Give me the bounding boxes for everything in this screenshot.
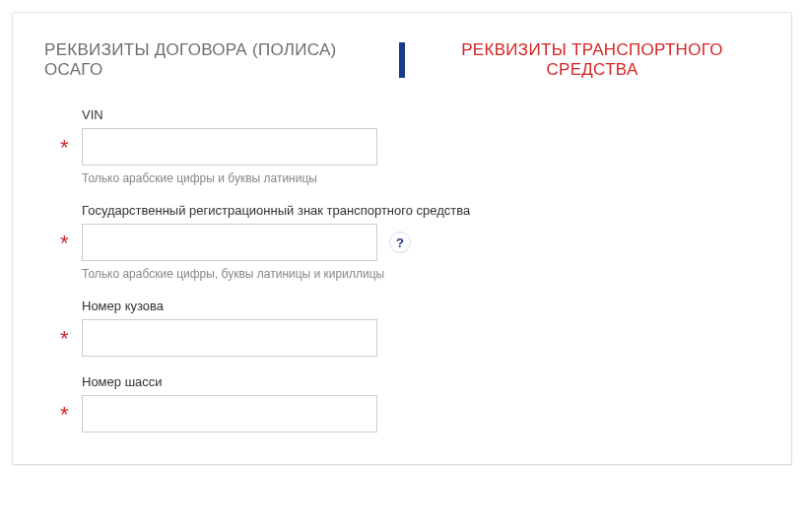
regplate-hint: Только арабские цифры, буквы латиницы и … [82,267,760,281]
tab-vehicle-details[interactable]: РЕКВИЗИТЫ ТРАНСПОРТНОГО СРЕДСТВА [405,40,760,80]
required-mark: * [60,135,69,161]
body-number-input[interactable] [82,319,377,357]
field-body-number: * Номер кузова [82,299,760,357]
vin-hint: Только арабские цифры и буквы латиницы [82,171,760,185]
regplate-label: Государственный регистрационный знак тра… [82,203,760,218]
regplate-input-row: ? [82,224,760,261]
required-mark: * [60,402,69,428]
form-card: РЕКВИЗИТЫ ДОГОВОРА (ПОЛИСА) ОСАГО РЕКВИЗ… [12,12,792,465]
tabs-container: РЕКВИЗИТЫ ДОГОВОРА (ПОЛИСА) ОСАГО РЕКВИЗ… [44,40,760,80]
body-number-label: Номер кузова [82,299,760,313]
help-icon[interactable]: ? [389,232,411,253]
vehicle-form: * VIN Только арабские цифры и буквы лати… [44,107,760,432]
field-vin: * VIN Только арабские цифры и буквы лати… [82,107,760,185]
chassis-number-label: Номер шасси [82,374,760,389]
vin-label: VIN [82,107,760,122]
vin-input[interactable] [82,128,377,166]
required-mark: * [60,231,69,256]
tab-policy-details[interactable]: РЕКВИЗИТЫ ДОГОВОРА (ПОЛИСА) ОСАГО [44,40,399,80]
field-regplate: * Государственный регистрационный знак т… [82,203,760,281]
required-mark: * [60,326,69,352]
field-chassis-number: * Номер шасси [82,374,760,432]
chassis-number-input[interactable] [82,395,377,432]
regplate-input[interactable] [82,224,377,261]
